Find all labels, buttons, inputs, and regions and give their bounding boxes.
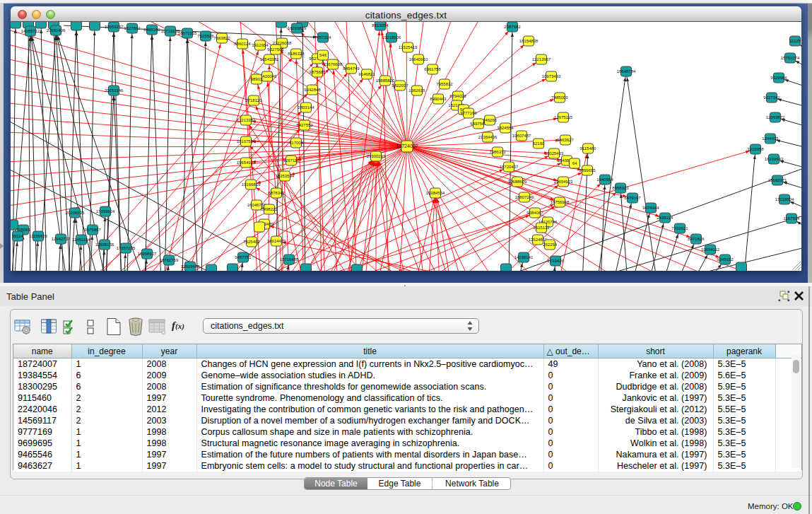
svg-text:1167534: 1167534 <box>784 216 801 221</box>
svg-text:11125: 11125 <box>789 39 801 43</box>
svg-text:7632621: 7632621 <box>671 226 688 230</box>
svg-text:7955812: 7955812 <box>436 82 453 86</box>
svg-text:8660124: 8660124 <box>234 42 251 46</box>
svg-text:9457791: 9457791 <box>235 255 252 259</box>
svg-text:20206535: 20206535 <box>66 211 85 215</box>
svg-text:1640954: 1640954 <box>596 177 613 182</box>
svg-text:8186328: 8186328 <box>288 52 305 56</box>
svg-text:7663822: 7663822 <box>213 36 230 40</box>
svg-text:23676608: 23676608 <box>324 62 343 66</box>
svg-text:19654923: 19654923 <box>237 160 256 165</box>
svg-text:64: 64 <box>572 161 577 165</box>
svg-text:17016504: 17016504 <box>775 197 794 201</box>
svg-text:16154808: 16154808 <box>519 39 539 43</box>
svg-text:1362615: 1362615 <box>408 88 425 93</box>
svg-text:6961758: 6961758 <box>424 67 441 71</box>
svg-text:10958107: 10958107 <box>138 252 157 256</box>
svg-text:23300293: 23300293 <box>367 154 386 158</box>
svg-text:98901: 98901 <box>251 77 263 81</box>
svg-text:9975867: 9975867 <box>84 228 101 232</box>
svg-text:18724007: 18724007 <box>396 144 418 148</box>
svg-text:20691406: 20691406 <box>47 28 66 33</box>
svg-text:14055712: 14055712 <box>21 29 40 33</box>
svg-text:16671355: 16671355 <box>178 31 197 35</box>
svg-text:5822037: 5822037 <box>392 83 408 88</box>
svg-text:5498222: 5498222 <box>261 207 278 211</box>
svg-text:9463627: 9463627 <box>557 138 574 142</box>
svg-text:10973493: 10973493 <box>542 74 561 78</box>
svg-text:19654923: 19654923 <box>554 180 573 184</box>
svg-text:8471626: 8471626 <box>688 237 705 241</box>
svg-text:12923448: 12923448 <box>181 264 200 269</box>
svg-text:7625402: 7625402 <box>243 240 260 244</box>
svg-text:12505135: 12505135 <box>95 243 114 247</box>
svg-text:7515526: 7515526 <box>197 34 214 38</box>
svg-text:16033809: 16033809 <box>288 26 307 30</box>
svg-text:17357225: 17357225 <box>117 246 136 250</box>
svg-text:3912954: 3912954 <box>252 43 269 47</box>
svg-text:12093872: 12093872 <box>766 115 785 119</box>
svg-text:1244415: 1244415 <box>762 136 779 141</box>
svg-text:21364436: 21364436 <box>478 135 498 139</box>
svg-text:8958923: 8958923 <box>612 186 629 190</box>
svg-text:12213967: 12213967 <box>532 57 551 62</box>
svg-text:18807249: 18807249 <box>515 195 534 199</box>
svg-text:10107554: 10107554 <box>237 139 256 144</box>
svg-text:12975115: 12975115 <box>554 115 573 119</box>
svg-text:16543382: 16543382 <box>260 57 279 62</box>
svg-text:3624554: 3624554 <box>497 126 514 130</box>
svg-text:6466160: 6466160 <box>143 28 160 32</box>
svg-text:19756928: 19756928 <box>551 200 570 204</box>
svg-text:7986372: 7986372 <box>489 150 506 154</box>
svg-text:10654112: 10654112 <box>701 247 720 252</box>
svg-text:62160: 62160 <box>533 141 545 146</box>
svg-text:2087682: 2087682 <box>504 25 521 29</box>
svg-text:1527602: 1527602 <box>124 26 141 30</box>
svg-text:15692971: 15692971 <box>768 178 787 182</box>
svg-text:252254: 252254 <box>543 243 558 247</box>
svg-text:16782759: 16782759 <box>160 258 179 262</box>
svg-text:3875685: 3875685 <box>309 70 326 74</box>
svg-text:16648784: 16648784 <box>617 69 636 74</box>
svg-text:17359924: 17359924 <box>96 209 115 214</box>
svg-text:9329966: 9329966 <box>770 76 787 80</box>
svg-text:16914479: 16914479 <box>267 239 286 243</box>
svg-text:9115460: 9115460 <box>580 146 597 151</box>
svg-text:14196141: 14196141 <box>514 255 534 259</box>
svg-text:8990443: 8990443 <box>430 97 447 101</box>
svg-text:8427552: 8427552 <box>296 123 313 127</box>
svg-text:15751074: 15751074 <box>781 56 800 60</box>
svg-text:39114: 39114 <box>12 234 24 238</box>
svg-text:7485003: 7485003 <box>551 95 568 100</box>
svg-text:9084067: 9084067 <box>526 211 543 215</box>
svg-text:8454749: 8454749 <box>343 66 360 71</box>
svg-text:11156829: 11156829 <box>29 234 47 238</box>
svg-text:19218506: 19218506 <box>382 35 401 40</box>
svg-text:12213382: 12213382 <box>237 118 256 122</box>
svg-text:9777169: 9777169 <box>460 111 477 115</box>
svg-text:15720407: 15720407 <box>500 165 519 169</box>
svg-text:10688609: 10688609 <box>508 180 527 184</box>
svg-text:15716485: 15716485 <box>280 257 299 262</box>
svg-text:15885820: 15885820 <box>376 78 395 83</box>
svg-text:10807487: 10807487 <box>512 134 531 138</box>
svg-text:3267110: 3267110 <box>283 158 300 163</box>
svg-text:19166829: 19166829 <box>242 182 261 187</box>
svg-text:8878342: 8878342 <box>268 191 285 195</box>
svg-text:546: 546 <box>319 53 327 57</box>
svg-text:7857224: 7857224 <box>314 35 331 40</box>
svg-text:10025433: 10025433 <box>545 151 564 156</box>
svg-text:2935114: 2935114 <box>657 216 674 220</box>
svg-text:3215958: 3215958 <box>747 147 764 151</box>
svg-text:16210643: 16210643 <box>765 157 784 161</box>
svg-text:1615132: 1615132 <box>533 226 550 230</box>
svg-text:2803144: 2803144 <box>298 105 314 110</box>
svg-text:11451194: 11451194 <box>72 238 90 242</box>
svg-text:19384554: 19384554 <box>426 191 445 195</box>
svg-text:9227342: 9227342 <box>763 95 780 100</box>
svg-text:9245012: 9245012 <box>717 257 734 262</box>
svg-text:417004: 417004 <box>289 141 304 145</box>
svg-text:6794028: 6794028 <box>449 94 466 98</box>
svg-text:16640910: 16640910 <box>409 57 428 62</box>
svg-text:9327505: 9327505 <box>267 47 284 52</box>
